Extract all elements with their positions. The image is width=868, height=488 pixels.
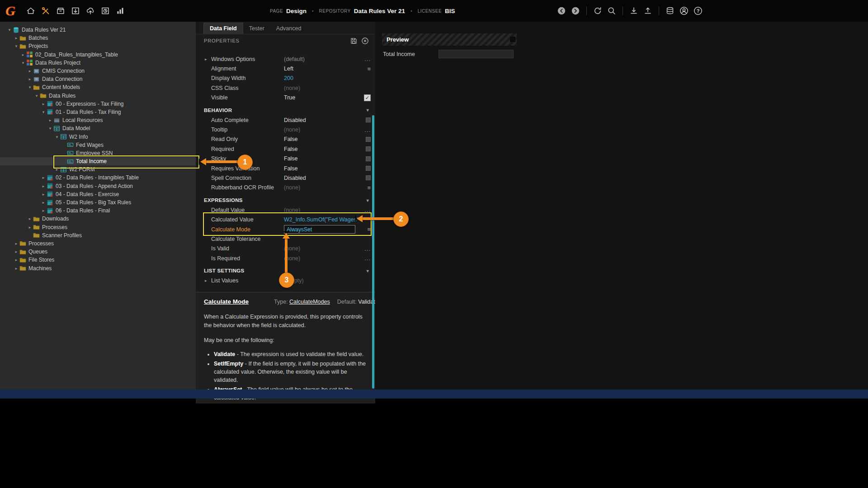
home-icon[interactable] [25, 5, 36, 16]
expander-icon[interactable]: ▾ [6, 28, 13, 32]
ellipsis-button[interactable]: ... [364, 206, 371, 213]
batches-icon[interactable] [55, 5, 66, 16]
tree-item-03-data-rules-append-action[interactable]: ▸03 - Data Rules - Append Action [0, 182, 196, 190]
property-visible[interactable]: VisibleTrue✓ [196, 93, 375, 103]
tree-item-queues[interactable]: ▸Queues [0, 248, 196, 256]
expander-icon[interactable]: ▸ [27, 69, 33, 73]
stats-icon[interactable] [115, 5, 126, 16]
tree-item-total-income[interactable]: Total Income [0, 157, 196, 165]
tab-advanced[interactable]: Advanced [270, 23, 307, 34]
tree-item-machines[interactable]: ▸Machines [0, 264, 196, 272]
licensee-value[interactable]: BIS [445, 8, 455, 14]
property-tooltip[interactable]: Tooltip(none)... [196, 125, 375, 134]
disabled-toggle[interactable] [366, 156, 371, 161]
expander-icon[interactable]: ▸ [27, 225, 33, 230]
tree-item-04-data-rules-exercise[interactable]: ▸04 - Data Rules - Exercise [0, 190, 196, 198]
preview-header-handle[interactable] [510, 37, 515, 42]
disabled-toggle[interactable] [366, 146, 371, 151]
expander-icon[interactable]: ▾ [40, 110, 47, 114]
expander-icon[interactable]: ▾ [13, 44, 19, 48]
dropdown-menu-button[interactable]: ≡ [367, 66, 371, 72]
expander-icon[interactable]: ▸ [13, 249, 19, 254]
tree-item-w2-info[interactable]: ▾W2 Info [0, 132, 196, 141]
checkbox-checked[interactable]: ✓ [364, 94, 371, 101]
expander-icon[interactable]: ▸ [13, 266, 19, 271]
tree-item-05-data-rules-big-tax-rules[interactable]: ▸05 - Data Rules - Big Tax Rules [0, 198, 196, 206]
expander-icon[interactable]: ▸ [13, 36, 19, 40]
expander-icon[interactable]: ▾ [54, 135, 60, 139]
tree-item-00-expressions-tax-filing[interactable]: ▸00 - Expressions - Tax Filing [0, 100, 196, 108]
property-windows-options[interactable]: ▸Windows Options(default)... [196, 54, 375, 64]
dropdown-menu-button[interactable]: ≡ [367, 226, 371, 233]
disabled-toggle[interactable] [366, 117, 371, 122]
section-behavior[interactable]: BEHAVIOR▾ [196, 105, 375, 115]
tab-data-field[interactable]: Data Field [203, 23, 243, 34]
expander-icon[interactable]: ▾ [20, 61, 26, 65]
refresh-icon[interactable] [592, 5, 603, 16]
disabled-toggle[interactable] [366, 175, 371, 180]
property-requires-validation[interactable]: Requires ValidationFalse [196, 164, 375, 173]
cloud-upload-icon[interactable] [85, 5, 96, 16]
expander-icon[interactable]: ▸ [13, 258, 19, 262]
expander-icon[interactable]: ▸ [205, 278, 211, 283]
search-icon[interactable] [606, 5, 617, 16]
ellipsis-button[interactable]: ... [364, 56, 371, 62]
property-read-only[interactable]: Read OnlyFalse [196, 135, 375, 144]
tree-item-data-rules[interactable]: ▾Data Rules [0, 92, 196, 100]
tree-item-data-model[interactable]: ▾Data Model [0, 124, 196, 132]
tree-item-fed-wages[interactable]: Fed Wages [0, 141, 196, 149]
tree-item-employee-ssn[interactable]: Employee SSN [0, 149, 196, 157]
property-calculated-value[interactable]: Calculated ValueW2_Info.SumOf("Fed Wages… [196, 215, 375, 224]
expander-icon[interactable]: ▸ [40, 192, 47, 197]
disabled-toggle[interactable] [366, 166, 371, 171]
dropdown-menu-button[interactable]: ≡ [367, 184, 371, 191]
tree-item-data-connection[interactable]: ▸Data Connection [0, 75, 196, 83]
tree-item-01-data-rules-tax-filing[interactable]: ▾01 - Data Rules - Tax Filing [0, 108, 196, 116]
section-expressions[interactable]: EXPRESSIONS▾ [196, 195, 375, 205]
expander-icon[interactable]: ▸ [40, 200, 47, 205]
property-rubberband-ocr-profile[interactable]: Rubberband OCR Profile(none)≡ [196, 183, 375, 192]
save-icon[interactable] [349, 37, 358, 45]
close-icon[interactable] [361, 37, 369, 45]
expander-icon[interactable]: ▸ [40, 102, 47, 106]
tree-item-data-rules-project[interactable]: ▾Data Rules Project [0, 59, 196, 67]
property-display-width[interactable]: Display Width200 [196, 74, 375, 83]
property-spell-correction[interactable]: Spell CorrectionDisabled [196, 173, 375, 183]
expander-icon[interactable]: ▸ [205, 57, 211, 61]
expander-icon[interactable]: ▾ [33, 94, 40, 98]
tree-item-processes[interactable]: ▸Processes [0, 223, 196, 231]
forward-icon[interactable] [570, 5, 581, 16]
tree-item-content-models[interactable]: ▾Content Models [0, 83, 196, 91]
ellipsis-button[interactable]: ... [364, 127, 371, 133]
property-value-input[interactable] [284, 225, 355, 234]
download-icon[interactable] [628, 5, 639, 16]
property-default-value[interactable]: Default Value(none)... [196, 205, 375, 215]
help-icon[interactable]: ? [693, 5, 703, 16]
expander-icon[interactable]: ▸ [20, 52, 26, 57]
expander-icon[interactable]: ▾ [47, 126, 53, 131]
back-icon[interactable] [556, 5, 567, 16]
property-css-class[interactable]: CSS Class(none) [196, 83, 375, 93]
property-auto-complete[interactable]: Auto CompleteDisabled [196, 115, 375, 125]
tree-item-processes[interactable]: ▸Processes [0, 239, 196, 248]
tree-item-scanner-profiles[interactable]: Scanner Profiles [0, 231, 196, 239]
property-required[interactable]: RequiredFalse [196, 144, 375, 154]
tree-item-projects[interactable]: ▾Projects [0, 42, 196, 50]
tab-tester[interactable]: Tester [243, 23, 270, 34]
expander-icon[interactable]: ▸ [40, 208, 47, 213]
upload-icon[interactable] [642, 5, 653, 16]
tree-item-local-resources[interactable]: ▸Local Resources [0, 116, 196, 124]
expander-icon[interactable]: ▸ [54, 167, 60, 172]
repository-icon[interactable] [665, 5, 675, 16]
expander-icon[interactable]: ▸ [40, 175, 47, 180]
tools-icon[interactable] [40, 5, 51, 16]
grooper-logo[interactable]: G [0, 3, 21, 19]
chevron-down-icon[interactable]: ▾ [367, 268, 369, 273]
expander-icon[interactable]: ▸ [27, 77, 33, 81]
ellipsis-button[interactable]: ... [364, 255, 371, 262]
tree-item-w2-form[interactable]: ▸W2 FORM [0, 165, 196, 174]
user-icon[interactable] [679, 5, 689, 16]
tree-item-downloads[interactable]: ▸Downloads [0, 215, 196, 223]
expander-icon[interactable]: ▸ [13, 241, 19, 246]
help-type-link[interactable]: CalculateModes [289, 299, 330, 305]
